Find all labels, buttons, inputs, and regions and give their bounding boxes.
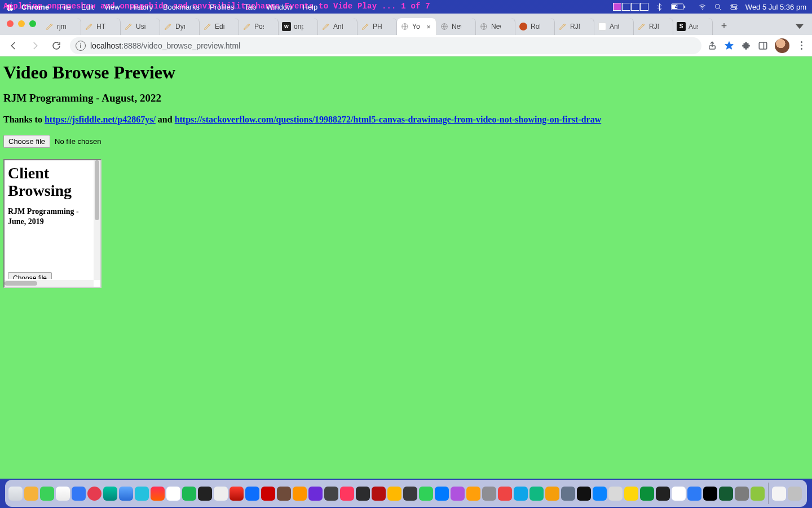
thanks-link-2[interactable]: https://stackoverflow.com/questions/1998…: [175, 115, 602, 124]
share-icon[interactable]: [707, 41, 717, 51]
dock-app-icon[interactable]: [356, 487, 370, 501]
dock-app-icon[interactable]: [656, 487, 670, 501]
tab-close-icon[interactable]: ×: [425, 23, 433, 30]
browser-tab[interactable]: New×: [436, 18, 476, 35]
choose-file-button[interactable]: Choose file: [3, 135, 50, 148]
bluetooth-icon[interactable]: [655, 2, 664, 11]
dock-app-icon[interactable]: [719, 487, 733, 501]
dock-app-icon[interactable]: [466, 487, 480, 501]
browser-tab[interactable]: Using×: [121, 18, 160, 35]
dock-app-icon[interactable]: [324, 487, 338, 501]
dock-app-icon[interactable]: [277, 487, 291, 501]
menubar-app[interactable]: Chrome: [21, 3, 49, 11]
dock-app-icon[interactable]: [72, 487, 86, 501]
menubar-item[interactable]: Window: [266, 3, 292, 11]
dock-app-icon[interactable]: [8, 487, 23, 501]
battery-blocks-icon[interactable]: [613, 3, 648, 11]
iframe-choose-file-button[interactable]: Choose file: [8, 272, 52, 279]
dock-app-icon[interactable]: [151, 487, 165, 501]
bookmark-star-icon[interactable]: [724, 41, 734, 51]
iframe-horizontal-scrollbar[interactable]: [5, 280, 94, 287]
menubar-item[interactable]: History: [130, 3, 152, 11]
dock-app-icon[interactable]: [340, 487, 354, 501]
sidepanel-icon[interactable]: [758, 41, 768, 51]
new-tab-button[interactable]: +: [716, 18, 732, 34]
dock-app-icon[interactable]: [672, 487, 686, 501]
dock-app-icon[interactable]: [451, 487, 465, 501]
menubar-clock[interactable]: Wed 5 Jul 5:36 pm: [745, 3, 806, 11]
browser-tab[interactable]: HTML×: [81, 18, 121, 35]
browser-tab[interactable]: RJM×: [555, 18, 594, 35]
dock-app-icon[interactable]: [435, 487, 449, 501]
dock-app-icon[interactable]: [608, 487, 623, 501]
dock-app-icon[interactable]: [545, 487, 559, 501]
menubar-item[interactable]: Tab: [244, 3, 256, 11]
dock-app-icon[interactable]: [703, 487, 717, 501]
extensions-icon[interactable]: [741, 41, 751, 51]
dock-trash-icon[interactable]: [788, 487, 802, 501]
menubar-item[interactable]: Help: [303, 3, 318, 11]
profile-avatar[interactable]: [775, 38, 789, 53]
dock-app-icon[interactable]: [135, 487, 149, 501]
dock-app-icon[interactable]: [308, 487, 323, 501]
scrollbar-thumb[interactable]: [5, 281, 37, 286]
window-controls[interactable]: [5, 20, 42, 32]
browser-tab[interactable]: SAustr×: [673, 18, 713, 35]
dock-app-icon[interactable]: [561, 487, 575, 501]
dock-app-icon[interactable]: [387, 487, 401, 501]
wifi-icon[interactable]: [698, 2, 707, 11]
menubar-item[interactable]: Bookmarks: [163, 3, 200, 11]
chrome-menu-button[interactable]: [796, 41, 806, 51]
dock-app-icon[interactable]: [419, 487, 433, 501]
dock-app-icon[interactable]: [119, 487, 133, 501]
browser-tab[interactable]: rjmpr×: [42, 18, 81, 35]
dock-app-icon[interactable]: [772, 487, 786, 501]
dock-app-icon[interactable]: [514, 487, 528, 501]
dock-app-icon[interactable]: [593, 487, 607, 501]
spotlight-icon[interactable]: [714, 2, 723, 11]
back-button[interactable]: [6, 38, 21, 54]
dock-app-icon[interactable]: [529, 487, 544, 501]
browser-tab[interactable]: Dyna×: [160, 18, 200, 35]
dock-app-icon[interactable]: [735, 487, 749, 501]
reload-button[interactable]: [48, 38, 64, 54]
browser-tab[interactable]: Rober×: [515, 18, 555, 35]
window-zoom-icon[interactable]: [29, 20, 36, 27]
dock-app-icon[interactable]: [640, 487, 654, 501]
browser-tab[interactable]: PHP F×: [358, 18, 397, 35]
battery-status-icon[interactable]: 48: [671, 3, 691, 11]
dock-app-icon[interactable]: [24, 487, 38, 501]
menubar-menus[interactable]: Chrome File Edit View History Bookmarks …: [21, 3, 317, 11]
dock-app-icon[interactable]: [56, 487, 70, 501]
window-close-icon[interactable]: [7, 20, 14, 27]
dock-app-icon[interactable]: [245, 487, 259, 501]
browser-tab[interactable]: Edit P×: [200, 18, 239, 35]
tab-overflow-button[interactable]: [791, 18, 809, 35]
thanks-link-1[interactable]: https://jsfiddle.net/p42867ys/: [45, 115, 156, 124]
dock-app-icon[interactable]: [214, 487, 228, 501]
menubar-item[interactable]: File: [59, 3, 71, 11]
macos-dock[interactable]: [5, 480, 807, 507]
dock-app-icon[interactable]: [498, 487, 512, 501]
dock-app-icon[interactable]: [624, 487, 638, 501]
browser-tab[interactable]: wonpla×: [279, 18, 318, 35]
dock-app-icon[interactable]: [230, 487, 244, 501]
window-minimize-icon[interactable]: [18, 20, 25, 27]
browser-tab[interactable]: Posts×: [239, 18, 279, 35]
iframe-vertical-scrollbar[interactable]: [94, 160, 100, 280]
dock-app-icon[interactable]: [166, 487, 180, 501]
menubar-item[interactable]: View: [104, 3, 120, 11]
dock-app-icon[interactable]: [198, 487, 212, 501]
browser-tab[interactable]: Yo×: [397, 18, 436, 35]
dock-app-icon[interactable]: [403, 487, 417, 501]
browser-tab[interactable]: Ants×: [318, 18, 358, 35]
browser-tab[interactable]: New×: [476, 18, 515, 35]
dock-app-icon[interactable]: [687, 487, 701, 501]
menubar-item[interactable]: Edit: [81, 3, 94, 11]
dock-app-icon[interactable]: [577, 487, 591, 501]
browser-tab[interactable]: RJM F×: [634, 18, 673, 35]
scrollbar-thumb[interactable]: [95, 160, 99, 220]
dock-app-icon[interactable]: [40, 487, 54, 501]
control-center-icon[interactable]: [730, 2, 739, 11]
dock-app-icon[interactable]: [87, 487, 102, 501]
